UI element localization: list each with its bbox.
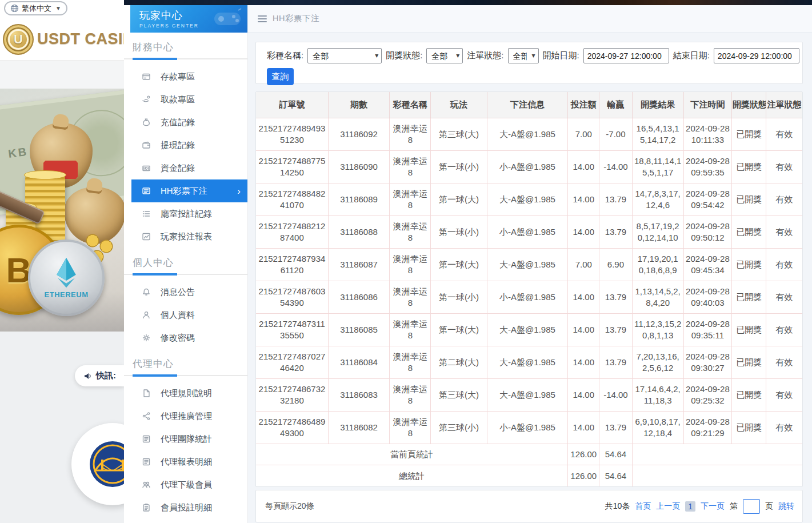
query-button[interactable]: 查詢 bbox=[267, 68, 294, 85]
bets-table: 訂單號期數彩種名稱玩法下注信息投注額輸贏開獎結果下注時間開獎狀態注單狀態 215… bbox=[256, 92, 802, 486]
sidebar-item-個人資料[interactable]: 個人資料 bbox=[131, 304, 247, 326]
table-cell: 8,5,17,19,20,12,14,10 bbox=[632, 215, 683, 248]
summary-empty bbox=[632, 444, 802, 465]
sidebar-item-廳室投註記錄[interactable]: 廳室投註記錄 bbox=[131, 202, 247, 225]
order-status-label: 注單狀態: bbox=[467, 50, 503, 61]
usdt-coin-icon: U bbox=[3, 24, 34, 55]
table-cell: 31186092 bbox=[328, 118, 389, 150]
table-row: 215217274894935123031186092澳洲幸运8第三球(大)大-… bbox=[256, 118, 802, 150]
left-gray-band bbox=[0, 60, 124, 89]
table-cell: 第一球(大) bbox=[431, 313, 487, 346]
table-cell: 第一球(小) bbox=[431, 215, 487, 248]
wallet-icon bbox=[142, 141, 151, 150]
next-page-link[interactable]: 下一页 bbox=[701, 501, 725, 512]
table-cell: 2024-09-28 09:50:12 bbox=[683, 215, 731, 248]
ticket-icon bbox=[142, 186, 151, 195]
table-cell: -14.00 bbox=[599, 150, 632, 183]
table-cell: 大-A盤@1.985 bbox=[487, 118, 567, 150]
summary-row: 當前頁統計126.0054.64 bbox=[256, 444, 802, 465]
chevron-right-icon: › bbox=[237, 186, 241, 196]
menu-toggle-icon[interactable] bbox=[258, 15, 267, 22]
table-row: 215217274887751425031186090澳洲幸运8第一球(小)小-… bbox=[256, 150, 802, 183]
column-header: 期數 bbox=[328, 92, 389, 118]
table-header-row: 訂單號期數彩種名稱玩法下注信息投注額輸贏開獎結果下注時間開獎狀態注單狀態 bbox=[256, 92, 802, 118]
table-cell: 2024-09-28 09:25:32 bbox=[683, 378, 731, 411]
table-cell: 2152172748673232180 bbox=[256, 378, 328, 411]
sidebar-item-HH彩票下注[interactable]: HH彩票下注› bbox=[131, 179, 247, 202]
language-selector[interactable]: 繁体中文 ▼ bbox=[4, 1, 67, 15]
column-header: 下注時間 bbox=[683, 92, 731, 118]
jump-button[interactable]: 跳转 bbox=[778, 501, 794, 512]
sidebar-item-label: 存款專區 bbox=[161, 71, 195, 82]
table-cell: 2024-09-28 09:35:11 bbox=[683, 313, 731, 346]
table-cell: 14.00 bbox=[568, 281, 599, 313]
table-cell: 13.79 bbox=[599, 313, 632, 346]
page-jump-input[interactable] bbox=[743, 499, 760, 514]
sidebar-item-代理報表明細[interactable]: 代理報表明細 bbox=[131, 450, 247, 473]
sidebar-item-提現記錄[interactable]: 提現記錄 bbox=[131, 134, 247, 157]
sidebar-item-消息公告[interactable]: 消息公告 bbox=[131, 281, 247, 304]
sidebar-item-代理團隊統計[interactable]: 代理團隊統計 bbox=[131, 428, 247, 450]
table-cell: 14.00 bbox=[568, 215, 599, 248]
lottery-name-select[interactable]: 全部 bbox=[307, 48, 382, 63]
table-cell: 14.00 bbox=[568, 378, 599, 411]
table-row: 215217274873113555031186085澳洲幸运8第一球(大)大-… bbox=[256, 313, 802, 346]
summary-bet-total: 126.00 bbox=[568, 465, 599, 486]
draw-status-select[interactable]: 全部 bbox=[426, 48, 463, 63]
table-cell: 已開獎 bbox=[732, 346, 766, 378]
sidebar-item-修改密碼[interactable]: 修改密碼 bbox=[131, 326, 247, 349]
column-header: 注單狀態 bbox=[766, 92, 802, 118]
sidebar-item-label: 會員投註明細 bbox=[161, 502, 212, 513]
table-cell: 31186085 bbox=[328, 313, 389, 346]
moneybag-icon bbox=[142, 118, 151, 127]
sidebar-nav: 財務中心存款專區取款專區充值記錄提現記錄資金記錄HH彩票下注›廳室投註記錄玩家投… bbox=[124, 41, 247, 523]
start-date-input[interactable] bbox=[583, 48, 669, 63]
column-header: 訂單號 bbox=[256, 92, 328, 118]
current-page-badge[interactable]: 1 bbox=[685, 501, 695, 512]
sidebar-item-會員交易明細[interactable]: 會員交易明細 bbox=[131, 519, 247, 523]
table-cell: 2024-09-28 09:54:42 bbox=[683, 183, 731, 215]
sidebar-item-label: 代理規則說明 bbox=[161, 388, 212, 399]
table-cell: 2024-09-28 09:40:03 bbox=[683, 281, 731, 313]
table-cell: 31186082 bbox=[328, 411, 389, 444]
table-cell: 小-A盤@1.985 bbox=[487, 411, 567, 444]
sidebar-item-label: 玩家投注報表 bbox=[161, 231, 212, 242]
first-page-link[interactable]: 首页 bbox=[635, 501, 651, 512]
table-cell: 31186089 bbox=[328, 183, 389, 215]
table-cell: 澳洲幸运8 bbox=[390, 378, 431, 411]
sidebar-item-label: 代理下級會員 bbox=[161, 480, 212, 490]
table-cell: 有效 bbox=[766, 150, 802, 183]
sidebar-item-玩家投注報表[interactable]: 玩家投注報表 bbox=[131, 225, 247, 248]
table-cell: 第二球(大) bbox=[431, 346, 487, 378]
table-cell: 2152172748760354390 bbox=[256, 281, 328, 313]
end-date-input[interactable] bbox=[714, 48, 799, 63]
table-cell: 已開獎 bbox=[732, 150, 766, 183]
table-cell: 2152172748702746420 bbox=[256, 346, 328, 378]
table-cell: 13.79 bbox=[599, 346, 632, 378]
sidebar-item-存款專區[interactable]: 存款專區 bbox=[131, 65, 247, 88]
sidebar-item-代理推廣管理[interactable]: 代理推廣管理 bbox=[131, 405, 247, 428]
gear-icon bbox=[142, 333, 151, 342]
table-cell: 第三球(小) bbox=[431, 411, 487, 444]
sidebar-item-資金記錄[interactable]: 資金記錄 bbox=[131, 157, 247, 179]
sidebar-item-取款專區[interactable]: 取款專區 bbox=[131, 88, 247, 111]
table-cell: 澳洲幸运8 bbox=[390, 150, 431, 183]
end-date-label: 結束日期: bbox=[673, 50, 710, 61]
table-cell: 13.79 bbox=[599, 281, 632, 313]
user-icon bbox=[142, 310, 151, 320]
table-cell: 6.90 bbox=[599, 248, 632, 281]
prev-page-link[interactable]: 上一页 bbox=[656, 501, 680, 512]
table-cell: 2152172748793461120 bbox=[256, 248, 328, 281]
sidebar-item-會員投註明細[interactable]: 會員投註明細 bbox=[131, 496, 247, 519]
table-cell: 澳洲幸运8 bbox=[390, 346, 431, 378]
table-cell: 澳洲幸运8 bbox=[390, 313, 431, 346]
sidebar-section-title: 代理中心 bbox=[133, 357, 247, 370]
sidebar-item-充值記錄[interactable]: 充值記錄 bbox=[131, 111, 247, 134]
jump-prefix-label: 第 bbox=[730, 501, 738, 512]
sidebar-item-代理下級會員[interactable]: 代理下級會員 bbox=[131, 473, 247, 496]
table-cell: 澳洲幸运8 bbox=[390, 411, 431, 444]
table-cell: 13.79 bbox=[599, 183, 632, 215]
sidebar-item-代理規則說明[interactable]: 代理規則說明 bbox=[131, 382, 247, 405]
top-dark-bar bbox=[124, 0, 812, 5]
order-status-select[interactable]: 全部 bbox=[508, 48, 539, 63]
